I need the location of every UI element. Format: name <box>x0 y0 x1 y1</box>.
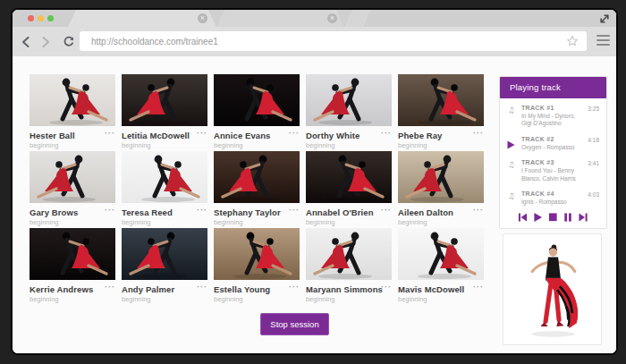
student-level: beginning <box>214 218 300 226</box>
desktop-background: × × <box>0 0 626 364</box>
track-title: I Found You - Benny Blanco, Calvin Harri… <box>521 167 586 183</box>
student-meta: Aileen Dalton beginning ··· <box>398 203 484 225</box>
more-menu-icon[interactable]: ··· <box>381 206 392 215</box>
dancing-couple-silhouette-icon <box>214 151 300 203</box>
student-level: beginning <box>30 141 115 149</box>
page-content: Hester Ball beginning ··· Let <box>13 56 616 353</box>
address-input[interactable] <box>80 31 587 51</box>
student-meta: Annabel O'Brien beginning ··· <box>306 203 392 225</box>
player-previous-button[interactable] <box>518 212 529 223</box>
more-menu-icon[interactable]: ··· <box>381 129 392 138</box>
new-tab-button[interactable] <box>344 10 371 27</box>
track-item[interactable]: ♫ TRACK #4 Ignis - Rompasso 4:03 <box>500 186 606 209</box>
student-meta: Stephany Taylor beginning ··· <box>214 203 300 225</box>
student-meta: Andy Palmer beginning ··· <box>122 280 207 302</box>
track-duration: 4:18 <box>588 137 599 143</box>
student-name: Estella Young <box>214 284 300 294</box>
stop-session-button[interactable]: Stop session <box>260 313 329 335</box>
student-meta: Estella Young beginning ··· <box>214 280 300 302</box>
more-menu-icon[interactable]: ··· <box>105 206 115 215</box>
forward-button[interactable] <box>39 36 52 48</box>
browser-toolbar <box>13 27 616 57</box>
track-title: Ignis - Rompasso <box>521 199 586 207</box>
more-menu-icon[interactable]: ··· <box>105 129 115 138</box>
student-level: beginning <box>398 141 484 149</box>
student-name: Andy Palmer <box>122 284 207 294</box>
music-note-icon: ♫ <box>508 106 518 114</box>
student-meta: Dorthy White beginning ··· <box>306 126 392 148</box>
more-menu-icon[interactable]: ··· <box>289 283 300 292</box>
dancing-couple-silhouette-icon <box>122 74 207 126</box>
tab-close-icon[interactable]: × <box>198 13 207 23</box>
track-info: TRACK #1 In My Mind - Dynoro, Gigi D'Ago… <box>521 105 597 128</box>
student-level: beginning <box>306 218 392 226</box>
student-level: beginning <box>306 141 392 149</box>
dancing-couple-silhouette-icon <box>30 74 115 126</box>
student-name: Phebe Ray <box>398 131 484 140</box>
student-level: beginning <box>398 295 484 303</box>
window-minimize-icon[interactable] <box>38 15 44 21</box>
student-name: Letitia McDowell <box>122 131 207 140</box>
student-name: Hester Ball <box>30 131 115 140</box>
student-level: beginning <box>30 295 115 303</box>
track-item[interactable]: ♫ TRACK #1 In My Mind - Dynoro, Gigi D'A… <box>500 100 606 131</box>
student-card: Mavis McDowell beginning ··· <box>398 228 484 302</box>
student-photo <box>306 228 392 280</box>
student-level: beginning <box>122 141 207 149</box>
back-button[interactable] <box>20 36 32 48</box>
student-card: Annabel O'Brien beginning ··· <box>306 151 392 225</box>
student-card: Hester Ball beginning ··· <box>30 74 115 148</box>
fullscreen-expand-icon[interactable] <box>598 13 611 25</box>
more-menu-icon[interactable]: ··· <box>381 283 392 292</box>
track-list: ♫ TRACK #1 In My Mind - Dynoro, Gigi D'A… <box>500 98 606 210</box>
student-name: Aileen Dalton <box>398 207 484 217</box>
track-label: TRACK #4 <box>521 190 597 197</box>
player-play-button[interactable] <box>533 212 544 223</box>
student-level: beginning <box>122 295 207 303</box>
student-photo <box>306 74 392 126</box>
player-stop-button[interactable] <box>548 212 559 223</box>
student-name: Dorthy White <box>306 131 392 140</box>
player-pause-button[interactable] <box>563 212 574 223</box>
student-photo <box>30 228 115 280</box>
student-level: beginning <box>306 295 392 303</box>
tab-close-icon[interactable]: × <box>327 13 337 23</box>
track-item[interactable]: ♫ TRACK #2 Oxygen - Rompasso 4:18 <box>500 131 606 155</box>
track-item[interactable]: ♫ TRACK #3 I Found You - Benny Blanco, C… <box>500 155 606 186</box>
student-photo <box>122 151 207 203</box>
more-menu-icon[interactable]: ··· <box>289 129 300 138</box>
more-menu-icon[interactable]: ··· <box>197 206 207 215</box>
window-zoom-icon[interactable] <box>47 15 54 21</box>
browser-menu-icon[interactable] <box>596 35 610 47</box>
track-duration: 3:25 <box>588 106 599 112</box>
dancing-couple-silhouette-icon <box>398 151 484 203</box>
track-info: TRACK #2 Oxygen - Rompasso <box>521 136 597 151</box>
student-name: Teresa Reed <box>122 207 207 217</box>
more-menu-icon[interactable]: ··· <box>473 283 484 292</box>
browser-tab-active[interactable]: × <box>68 10 216 27</box>
student-meta: Letitia McDowell beginning ··· <box>122 126 207 148</box>
more-menu-icon[interactable]: ··· <box>473 206 484 215</box>
more-menu-icon[interactable]: ··· <box>197 283 207 292</box>
student-level: beginning <box>214 141 300 149</box>
more-menu-icon[interactable]: ··· <box>289 206 300 215</box>
window-close-icon[interactable] <box>28 15 34 21</box>
player-next-button[interactable] <box>579 212 589 223</box>
more-menu-icon[interactable]: ··· <box>473 129 484 138</box>
student-photo <box>398 74 484 126</box>
student-photo <box>122 228 207 280</box>
track-title: In My Mind - Dynoro, Gigi D'Agostino <box>521 113 586 129</box>
browser-tab-background[interactable]: × <box>216 10 344 27</box>
student-meta: Teresa Reed beginning ··· <box>122 203 207 225</box>
bookmark-star-icon[interactable] <box>566 35 579 47</box>
more-menu-icon[interactable]: ··· <box>197 129 207 138</box>
student-meta: Annice Evans beginning ··· <box>214 126 300 148</box>
track-label: TRACK #3 <box>521 159 597 165</box>
music-note-icon: ♫ <box>508 191 518 200</box>
player-controls <box>500 212 606 223</box>
refresh-button[interactable] <box>63 36 75 48</box>
more-menu-icon[interactable]: ··· <box>105 283 115 292</box>
track-title: Oxygen - Rompasso <box>521 144 586 152</box>
student-level: beginning <box>122 218 207 226</box>
student-photo <box>398 151 484 203</box>
